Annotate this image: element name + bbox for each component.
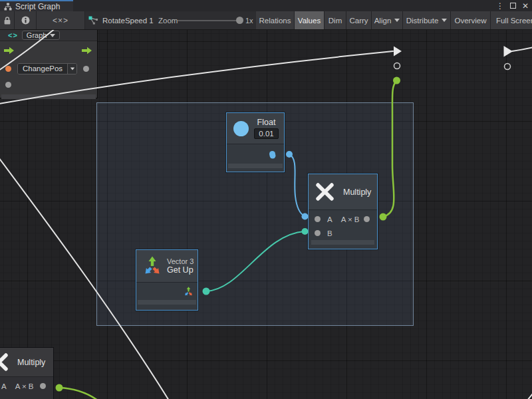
zoom-slider-track[interactable] [178,20,239,21]
dropdown-arrow-icon [67,64,76,74]
graph-nest-icon [88,16,98,25]
node-header: Vector 3 Get Up [136,250,198,283]
input-a-label: A [327,215,332,223]
graph-dropdown-label: Graph [27,31,47,39]
node-float-literal[interactable]: Float 0.01 [226,112,285,172]
window-maximize-icon[interactable] [510,3,516,9]
relations-button[interactable]: Relations [256,11,295,29]
output-label: A × B [341,215,360,223]
input-b-label: B [327,229,332,237]
flow-arrowhead-out [504,46,513,57]
zoom-slider-handle[interactable] [236,17,243,24]
node-multiply[interactable]: Multiply A A × B B [308,174,378,249]
multiply-x-icon [0,352,9,372]
node-header: Float 0.01 [227,113,284,144]
zoom-value: 1x [245,11,253,29]
window-controls: ⋮ ✕ [496,0,532,11]
script-graph-window: Script Graph ⋮ ✕ <×> [0,0,532,399]
tab-bar: Script Graph ⋮ ✕ [0,0,532,11]
port-row [136,283,198,300]
dropdown-arrow-icon [394,19,400,22]
graph-toolbar: <×> RotateSpeed 1 Zoom 1x Relations Valu… [0,11,532,30]
node-title: Multiply [343,188,371,197]
node-title: Multiply [17,358,45,367]
input-b-port[interactable] [315,230,321,236]
node-multiply-corner[interactable]: Multiply A A × B [0,348,53,399]
wire-white-corner [527,394,532,399]
output-port[interactable] [40,383,46,389]
vector3-icon [142,255,162,277]
overview-button[interactable]: Overview [451,11,491,29]
arg-port-dot[interactable] [5,82,11,88]
float-output-port[interactable] [269,151,275,157]
align-button[interactable]: Align [372,11,403,29]
float-type-icon [233,121,249,136]
node-footer [228,164,283,168]
full-screen-button[interactable]: Full Screen [491,11,532,29]
hierarchy-icon [4,3,12,11]
lock-button[interactable] [0,11,15,29]
changepos-dropdown[interactable]: ChangePos [17,63,77,74]
output-port-dot[interactable] [83,66,89,72]
node-vector3-get-up[interactable]: Vector 3 Get Up [136,249,198,311]
port-row-b: B [309,226,377,240]
node-title: Get Up [167,265,194,275]
port-row-a: A A × B [309,212,377,226]
flow-out-arrow-icon[interactable] [81,47,92,55]
graph-canvas[interactable]: <> Graph ChangePos [0,30,532,399]
carry-button[interactable]: Carry [346,11,372,29]
graph-dropdown[interactable]: Graph [22,31,61,40]
input-a-port[interactable] [315,216,321,222]
wire-corner-multiply-out [59,388,98,399]
code-view-toggle[interactable]: <×> [37,11,85,29]
unconnected-port-ring [394,63,400,69]
distribute-button[interactable]: Distribute [403,11,451,29]
info-icon [21,16,30,25]
node-footer [138,300,196,305]
dropdown-arrow-icon [442,19,447,22]
wire-end-dot [393,77,400,84]
toolbar-button-group: Relations Values Dim Carry Align Distrib… [256,11,532,29]
graph-breadcrumb[interactable]: RotateSpeed 1 [88,11,154,29]
breadcrumb-label: RotateSpeed 1 [102,17,154,25]
node-header: Multiply [309,174,377,210]
flow-in-arrow-icon[interactable] [3,47,15,55]
node-footer [311,240,374,245]
event-target-row: ChangePos [0,60,97,77]
window-close-icon[interactable]: ✕ [522,2,529,10]
input-a-label: A [1,382,7,390]
multiply-x-icon [315,182,334,201]
vector3-output-port-icon[interactable] [183,286,194,297]
node-changepos-event[interactable]: <> Graph ChangePos [0,30,97,98]
node-category: Vector 3 [167,257,194,265]
dim-button[interactable]: Dim [325,11,346,29]
port-row [227,144,284,164]
target-port-dot[interactable] [5,66,11,72]
output-label: A × B [15,382,34,390]
zoom-label: Zoom [158,11,178,29]
wire-white-from-event [512,47,532,51]
float-value-field[interactable]: 0.01 [254,128,279,139]
node-header: <> Graph [0,30,97,41]
output-port[interactable] [364,216,370,222]
script-graph-icon: <> [8,31,18,39]
port-row-a: A A × B [0,379,53,393]
info-button[interactable] [15,11,37,29]
window-menu-icon[interactable]: ⋮ [496,2,504,10]
unconnected-port-ring [505,64,511,70]
wire-end-dot [56,384,63,392]
changepos-dropdown-label: ChangePos [18,64,67,74]
lock-icon [3,16,11,25]
tab-script-graph[interactable]: Script Graph [0,0,73,11]
values-button[interactable]: Values [295,11,325,29]
node-title: Float [257,118,276,127]
node-footer [1,94,96,99]
dropdown-arrow-icon [50,34,55,37]
event-arg-row [0,77,97,92]
flow-port-row [0,41,97,60]
node-header: Multiply [0,348,53,377]
tab-title: Script Graph [15,3,60,11]
flow-arrowhead-in [394,47,402,57]
